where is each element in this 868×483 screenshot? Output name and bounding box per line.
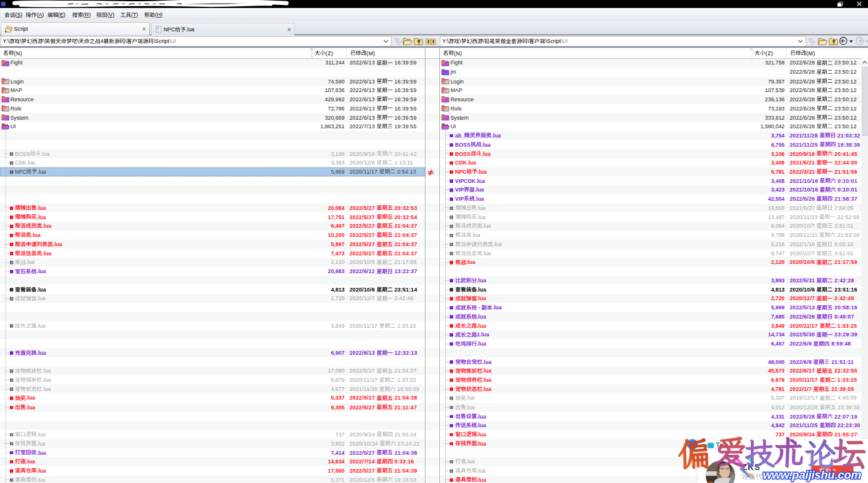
svg-text:www.paijishu.com: www.paijishu.com	[762, 468, 861, 481]
